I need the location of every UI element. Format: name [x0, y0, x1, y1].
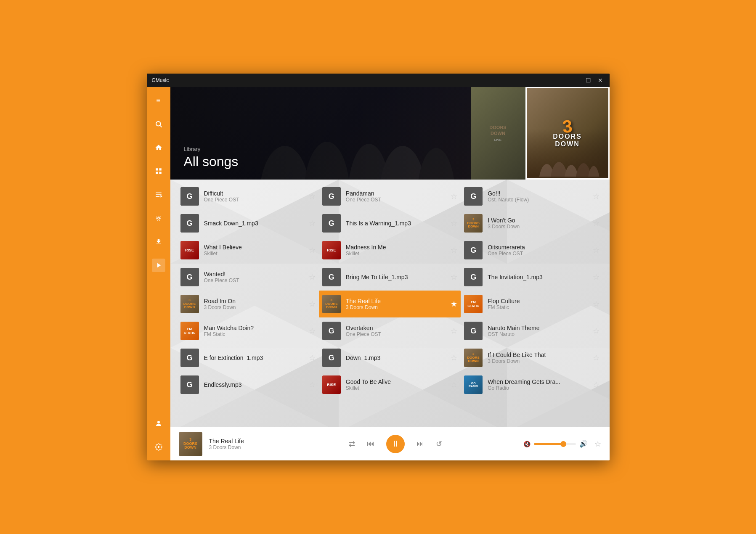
song-item[interactable]: 3DOORSDOWN Road Im On 3 Doors Down ☆ — [177, 291, 319, 317]
song-thumbnail: 3DOORSDOWN — [464, 214, 483, 233]
song-thumb-default: G — [464, 322, 483, 340]
song-artist: Skillet — [204, 251, 304, 256]
song-item[interactable]: 3DOORSDOWN The Real Life 3 Doors Down ★ — [319, 291, 461, 317]
favorite-button[interactable]: ☆ — [309, 192, 316, 201]
sidebar-radio-icon[interactable] — [152, 211, 165, 225]
favorite-button[interactable]: ☆ — [309, 326, 316, 336]
song-title: The Real Life — [346, 298, 446, 304]
song-title: Endlessly.mp3 — [204, 381, 304, 388]
song-item[interactable]: RISE Madness In Me Skillet ☆ — [319, 237, 461, 264]
song-thumbnail: G — [464, 187, 483, 206]
song-item[interactable]: FMSTATIC Flop Culture FM Static ☆ — [461, 291, 602, 317]
song-item[interactable]: 3DOORSDOWN If I Could Be Like That 3 Doo… — [461, 344, 602, 371]
favorite-button[interactable]: ☆ — [451, 219, 457, 228]
favorite-button[interactable]: ☆ — [451, 246, 457, 255]
favorite-button[interactable]: ☆ — [309, 219, 316, 228]
song-thumb-default: G — [180, 214, 199, 233]
favorite-button[interactable]: ☆ — [593, 299, 599, 309]
song-item[interactable]: G Pandaman One Piece OST ☆ — [319, 183, 461, 210]
song-item[interactable]: 3DOORSDOWN I Won't Go 3 Doors Down ☆ — [461, 210, 602, 237]
prev-button[interactable]: ⏮ — [367, 439, 374, 448]
favorite-button[interactable]: ☆ — [593, 192, 599, 201]
song-artist: Skillet — [346, 385, 446, 391]
song-info: Down_1.mp3 — [346, 354, 446, 361]
song-item[interactable]: G Go!!! Ost. Naruto (Flow) ☆ — [461, 183, 602, 210]
song-item[interactable]: G The Invitation_1.mp3 ☆ — [461, 264, 602, 291]
favorite-button[interactable]: ☆ — [309, 272, 316, 282]
song-item[interactable]: G E for Extinction_1.mp3 ☆ — [177, 344, 319, 371]
song-info: Overtaken One Piece OST — [346, 325, 446, 337]
song-item[interactable]: G Bring Me To Life_1.mp3 ☆ — [319, 264, 461, 291]
favorite-button[interactable]: ☆ — [309, 380, 316, 389]
favorite-button[interactable]: ☆ — [593, 246, 599, 255]
song-item[interactable]: FMSTATIC Man Watcha Doin? FM Static ☆ — [177, 317, 319, 344]
song-item[interactable]: G Naruto Main Theme OST Naruto ☆ — [461, 317, 602, 344]
sidebar-user-icon[interactable] — [152, 417, 165, 430]
song-item[interactable]: G This Is a Warning_1.mp3 ☆ — [319, 210, 461, 237]
sidebar-grid-icon[interactable] — [152, 164, 165, 178]
breadcrumb: Library — [184, 146, 239, 152]
play-pause-button[interactable]: ⏸ — [386, 435, 405, 453]
song-thumb-default: G — [322, 187, 341, 206]
sidebar-menu-icon[interactable]: ≡ — [152, 94, 165, 107]
favorite-button[interactable]: ☆ — [593, 272, 599, 282]
shuffle-button[interactable]: ⇄ — [349, 439, 355, 449]
favorite-button[interactable]: ☆ — [451, 272, 457, 282]
sidebar-nowplaying-icon[interactable] — [152, 259, 165, 272]
song-artist: 3 Doors Down — [346, 304, 446, 310]
song-thumb-default: G — [180, 375, 199, 394]
favorite-button[interactable]: ☆ — [451, 380, 457, 389]
volume-fill — [534, 443, 563, 445]
song-item[interactable]: G Oitsumerareta One Piece OST ☆ — [461, 237, 602, 264]
player-favorite-button[interactable]: ☆ — [594, 439, 601, 449]
sidebar-bottom — [152, 417, 165, 454]
song-item[interactable]: RISE What I Believe Skillet ☆ — [177, 237, 319, 264]
sidebar: ≡ — [147, 87, 170, 460]
favorite-button[interactable]: ☆ — [451, 326, 457, 336]
song-thumbnail: 3DOORSDOWN — [180, 295, 199, 313]
volume-slider[interactable] — [534, 443, 576, 445]
close-button[interactable]: ✕ — [596, 77, 605, 84]
sidebar-home-icon[interactable] — [152, 141, 165, 154]
favorite-button[interactable]: ☆ — [593, 380, 599, 389]
song-thumbnail: 3DOORSDOWN — [464, 349, 483, 367]
favorite-button[interactable]: ☆ — [593, 326, 599, 336]
song-item[interactable]: G Wanted! One Piece OST ☆ — [177, 264, 319, 291]
favorite-button[interactable]: ☆ — [593, 353, 599, 362]
song-info: When Dreaming Gets Dra... Go Radio — [488, 378, 587, 391]
song-item[interactable]: G Down_1.mp3 ☆ — [319, 344, 461, 371]
song-thumbnail: G — [464, 322, 483, 340]
song-info: Oitsumerareta One Piece OST — [488, 244, 587, 256]
favorite-button[interactable]: ☆ — [309, 246, 316, 255]
favorite-button[interactable]: ☆ — [451, 353, 457, 362]
favorite-button[interactable]: ☆ — [451, 192, 457, 201]
repeat-button[interactable]: ↺ — [436, 439, 442, 449]
song-title: When Dreaming Gets Dra... — [488, 378, 587, 385]
favorite-button[interactable]: ☆ — [593, 219, 599, 228]
favorite-button[interactable]: ★ — [451, 299, 457, 309]
favorite-button[interactable]: ☆ — [309, 299, 316, 309]
song-artist: OST Naruto — [488, 331, 587, 337]
sidebar-settings-icon[interactable] — [152, 440, 165, 454]
next-button[interactable]: ⏭ — [416, 439, 424, 448]
song-title: What I Believe — [204, 244, 304, 251]
favorite-button[interactable]: ☆ — [309, 353, 316, 362]
sidebar-playlist-icon[interactable] — [152, 188, 165, 201]
maximize-button[interactable]: ☐ — [584, 77, 593, 84]
song-item[interactable]: G Difficult One Piece OST ☆ — [177, 183, 319, 210]
song-item[interactable]: G Endlessly.mp3 ☆ — [177, 371, 319, 398]
g-icon: G — [470, 192, 476, 201]
volume-knob[interactable] — [560, 441, 566, 447]
song-item[interactable]: G Smack Down_1.mp3 ☆ — [177, 210, 319, 237]
mute-button[interactable]: 🔇 — [523, 441, 531, 447]
song-title: Good To Be Alive — [346, 378, 446, 385]
song-item[interactable]: G Overtaken One Piece OST ☆ — [319, 317, 461, 344]
song-title: Difficult — [204, 190, 304, 197]
song-item[interactable]: RISE Good To Be Alive Skillet ☆ — [319, 371, 461, 398]
sidebar-download-icon[interactable] — [152, 235, 165, 248]
sidebar-search-icon[interactable] — [152, 117, 165, 131]
song-thumb-default: G — [464, 241, 483, 259]
minimize-button[interactable]: — — [573, 77, 581, 84]
g-icon: G — [186, 381, 192, 389]
song-item[interactable]: GORADIO When Dreaming Gets Dra... Go Rad… — [461, 371, 602, 398]
